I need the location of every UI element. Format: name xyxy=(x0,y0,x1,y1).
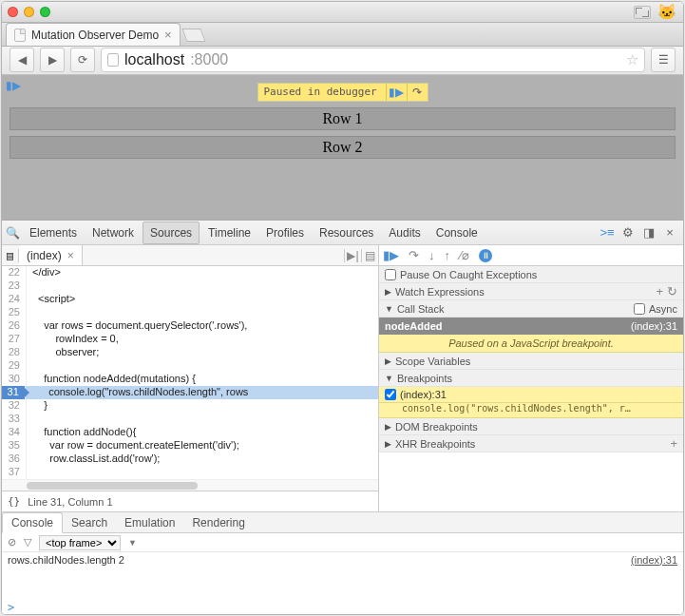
step-over-icon[interactable]: ↷ xyxy=(409,248,419,262)
show-drawer-icon[interactable]: >≡ xyxy=(598,225,617,240)
debug-pane: ▮▶ ↷ ↓ ↑ ⁄⌀ ⏸ Pause On Caught Exceptions… xyxy=(379,245,683,511)
cursor-position: Line 31, Column 1 xyxy=(28,496,112,508)
console-location[interactable]: (index):31 xyxy=(631,554,677,566)
close-devtools-icon[interactable]: × xyxy=(660,225,679,240)
code-editor[interactable]: 22</div>2324 <script>2526 var rows = doc… xyxy=(2,266,378,479)
address-bar[interactable]: localhost:8000 ☆ xyxy=(101,48,645,72)
menu-button[interactable]: ☰ xyxy=(651,48,675,72)
pretty-print-icon[interactable]: {} xyxy=(8,495,20,508)
resume-button[interactable]: ▮▶ xyxy=(383,248,399,262)
profile-avatar-icon[interactable]: 🐱 xyxy=(656,2,677,23)
forward-button[interactable]: ▶ xyxy=(40,48,65,72)
format-icon[interactable]: ▶| xyxy=(344,249,361,262)
horizontal-scrollbar[interactable] xyxy=(2,479,378,491)
breakpoint-detail: console.log("rows.childNodes.length", r… xyxy=(379,403,683,418)
back-button[interactable]: ◀ xyxy=(10,48,34,72)
watch-label: Watch Expressions xyxy=(395,286,485,298)
console-prompt[interactable]: > xyxy=(2,601,683,614)
source-file-name: (index) xyxy=(27,249,62,262)
scope-header[interactable]: ▶ Scope Variables xyxy=(379,353,683,370)
debug-controls: ▮▶ ↷ ↓ ↑ ⁄⌀ ⏸ xyxy=(379,245,683,266)
tab-strip: Mutation Observer Demo × xyxy=(2,23,683,47)
frame-dropdown-icon[interactable]: ▼ xyxy=(128,538,137,548)
step-into-icon[interactable]: ↓ xyxy=(428,248,435,262)
watch-header[interactable]: ▶ Watch Expressions + ↻ xyxy=(379,283,683,300)
overlay-step-icon[interactable]: ↷ xyxy=(407,84,428,101)
toolbar: ◀ ▶ ⟳ localhost:8000 ☆ ☰ xyxy=(2,47,683,75)
pause-caught-checkbox[interactable] xyxy=(385,269,396,280)
filter-icon[interactable]: ▽ xyxy=(24,536,31,549)
pause-exceptions-row[interactable]: Pause On Caught Exceptions xyxy=(379,266,683,283)
drawer-tab-rendering[interactable]: Rendering xyxy=(183,513,253,532)
drawer-tab-emulation[interactable]: Emulation xyxy=(116,513,183,532)
fullscreen-icon[interactable] xyxy=(634,6,651,19)
console-toolbar: ⊘ ▽ <top frame> ▼ xyxy=(2,533,683,552)
tab-timeline[interactable]: Timeline xyxy=(201,222,257,243)
traffic-lights xyxy=(8,7,50,17)
scope-label: Scope Variables xyxy=(395,356,470,367)
dock-icon[interactable]: ◨ xyxy=(639,225,658,240)
deactivate-bp-icon[interactable]: ⁄⌀ xyxy=(460,248,469,262)
reload-button[interactable]: ⟳ xyxy=(70,48,95,72)
console-line: rows.childNodes.length 2 (index):31 xyxy=(8,554,677,566)
add-xhr-bp-icon[interactable]: + xyxy=(670,436,677,451)
resume-page-icon[interactable]: ▮▶ xyxy=(6,79,21,92)
url-host: localhost xyxy=(124,51,184,68)
devtools-main: ▤ (index) × ▶| ▤ 22</div>2324 <script>25… xyxy=(2,245,683,511)
xhr-bp-header[interactable]: ▶ XHR Breakpoints + xyxy=(379,435,683,452)
pause-exceptions-icon[interactable]: ⏸ xyxy=(479,249,492,262)
async-checkbox[interactable] xyxy=(634,303,645,315)
paused-reason: Paused on a JavaScript breakpoint. xyxy=(379,335,683,353)
tab-console[interactable]: Console xyxy=(429,222,485,243)
clear-console-icon[interactable]: ⊘ xyxy=(8,536,16,549)
browser-window: 🐱 Mutation Observer Demo × ◀ ▶ ⟳ localho… xyxy=(1,1,684,615)
breakpoints-header[interactable]: ▼ Breakpoints xyxy=(379,370,683,387)
dom-bp-header[interactable]: ▶ DOM Breakpoints xyxy=(379,418,683,435)
frame-location: (index):31 xyxy=(631,320,677,332)
tab-elements[interactable]: Elements xyxy=(23,222,84,243)
tab-resources[interactable]: Resources xyxy=(313,222,380,243)
drawer-tabs: Console Search Emulation Rendering xyxy=(2,512,683,533)
xhr-bp-label: XHR Breakpoints xyxy=(395,438,475,450)
new-tab-button[interactable] xyxy=(181,29,205,42)
show-navigator-icon[interactable]: ▤ xyxy=(2,249,19,262)
settings-icon[interactable]: ⚙ xyxy=(618,225,637,240)
search-icon[interactable]: 🔍 xyxy=(6,226,21,240)
breakpoints-label: Breakpoints xyxy=(397,373,452,384)
site-icon xyxy=(107,53,119,67)
source-file-tab[interactable]: (index) × xyxy=(19,245,83,265)
window-titlebar: 🐱 xyxy=(2,2,683,23)
tab-audits[interactable]: Audits xyxy=(382,222,427,243)
minimize-icon[interactable] xyxy=(24,7,34,17)
callstack-frame[interactable]: nodeAdded (index):31 xyxy=(379,318,683,335)
refresh-watch-icon[interactable]: ↻ xyxy=(667,284,677,298)
close-file-icon[interactable]: × xyxy=(67,249,74,262)
zoom-icon[interactable] xyxy=(40,7,50,17)
browser-tab[interactable]: Mutation Observer Demo × xyxy=(6,23,181,46)
pause-caught-label: Pause On Caught Exceptions xyxy=(400,269,537,280)
disclosure-icon: ▶ xyxy=(385,439,391,449)
add-watch-icon[interactable]: + xyxy=(656,284,663,298)
bookmark-icon[interactable]: ☆ xyxy=(626,51,638,68)
disclosure-icon: ▼ xyxy=(385,374,393,383)
step-out-icon[interactable]: ↑ xyxy=(445,248,451,262)
close-icon[interactable] xyxy=(8,7,18,17)
source-pane: ▤ (index) × ▶| ▤ 22</div>2324 <script>25… xyxy=(2,245,379,511)
close-tab-icon[interactable]: × xyxy=(164,28,172,42)
toggle-pane-icon[interactable]: ▤ xyxy=(361,249,378,262)
console-text: rows.childNodes.length 2 xyxy=(8,554,124,566)
drawer-tab-console[interactable]: Console xyxy=(2,512,63,533)
disclosure-icon: ▶ xyxy=(385,287,391,297)
drawer-tab-search[interactable]: Search xyxy=(63,513,116,532)
frame-selector[interactable]: <top frame> xyxy=(39,535,121,550)
tab-network[interactable]: Network xyxy=(86,222,141,243)
page-icon xyxy=(14,29,26,42)
breakpoint-item[interactable]: (index):31 xyxy=(379,387,683,403)
breakpoint-checkbox[interactable] xyxy=(385,389,396,400)
tab-sources[interactable]: Sources xyxy=(143,221,200,244)
callstack-header[interactable]: ▼ Call Stack Async xyxy=(379,300,683,318)
overlay-resume-icon[interactable]: ▮▶ xyxy=(386,84,407,101)
frame-name: nodeAdded xyxy=(385,320,443,332)
disclosure-icon: ▼ xyxy=(385,304,393,314)
tab-profiles[interactable]: Profiles xyxy=(259,222,311,243)
